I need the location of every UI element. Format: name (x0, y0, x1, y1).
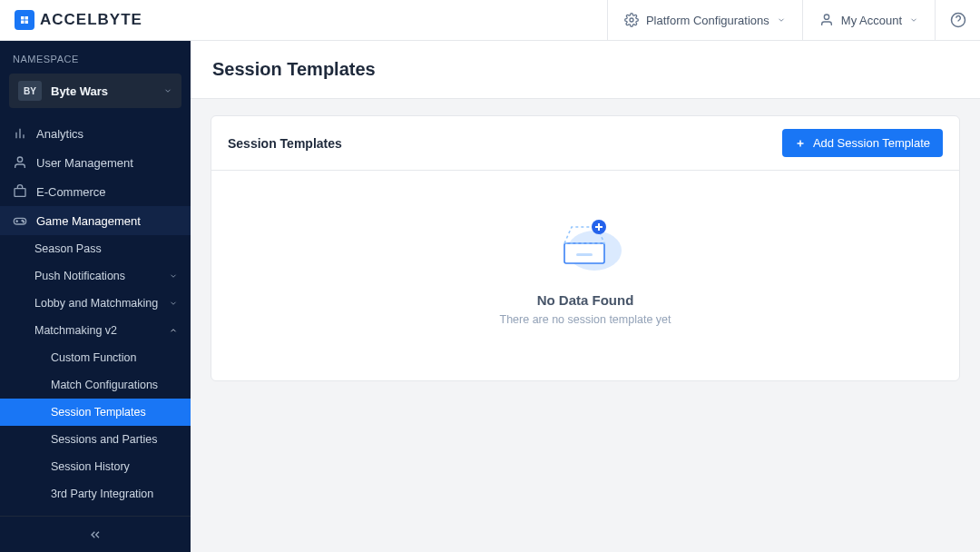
namespace-picker[interactable]: BY Byte Wars (9, 74, 181, 108)
help-button[interactable] (935, 0, 980, 40)
svg-point-13 (23, 222, 24, 222)
double-chevron-left-icon (88, 527, 103, 542)
sidebar-item-label: Match Configurations (51, 379, 158, 391)
sidebar-sub-push-notifications[interactable]: Push Notifications (0, 262, 191, 290)
empty-state: No Data Found There are no session templ… (211, 171, 959, 380)
sidebar-item-label: Lobby and Matchmaking (34, 297, 169, 310)
sidebar-item-label: Session History (51, 460, 130, 473)
empty-illustration-icon (544, 214, 626, 278)
platform-configurations-label: Platform Configurations (646, 14, 769, 27)
sidebar-item-label: Session Templates (51, 406, 146, 419)
gear-icon (624, 13, 639, 27)
namespace-name: Byte Wars (51, 84, 163, 98)
sidebar-item-ecommerce[interactable]: E-Commerce (0, 177, 191, 206)
user-icon (13, 155, 27, 170)
page-title: Session Templates (212, 59, 958, 80)
sidebar: NAMESPACE BY Byte Wars Analytics User Ma… (0, 41, 191, 552)
gamepad-icon (13, 213, 27, 228)
plus-icon (795, 138, 806, 149)
brand-name: ACCELBYTE (40, 11, 142, 29)
sidebar-leaf-session-templates[interactable]: Session Templates (0, 399, 191, 426)
namespace-badge: BY (18, 81, 42, 101)
svg-point-1 (824, 15, 828, 19)
add-session-template-button[interactable]: Add Session Template (782, 129, 943, 157)
brand: ACCELBYTE (0, 10, 142, 30)
sidebar-item-label: User Management (36, 156, 178, 170)
svg-rect-8 (15, 189, 25, 197)
page-header: Session Templates (191, 41, 980, 99)
sidebar-sub-season-pass[interactable]: Season Pass (0, 235, 191, 262)
bar-chart-icon (13, 126, 27, 141)
my-account-menu[interactable]: My Account (802, 0, 935, 40)
sidebar-sub-matchmaking-v2[interactable]: Matchmaking v2 (0, 317, 191, 344)
platform-configurations-menu[interactable]: Platform Configurations (607, 0, 802, 40)
sidebar-item-label: Season Pass (34, 242, 178, 255)
sidebar-sub-lobby-matchmaking[interactable]: Lobby and Matchmaking (0, 290, 191, 317)
chevron-down-icon (163, 86, 172, 95)
shop-icon (13, 184, 27, 199)
sidebar-item-label: E-Commerce (36, 185, 178, 199)
svg-rect-18 (576, 253, 593, 256)
sidebar-leaf-session-history[interactable]: Session History (0, 453, 191, 480)
sidebar-item-game-management[interactable]: Game Management (0, 206, 191, 235)
session-templates-card: Session Templates Add Session Template N… (211, 115, 960, 381)
chevron-down-icon (909, 15, 918, 25)
sidebar-item-label: Custom Function (51, 351, 136, 364)
brand-mark-icon (15, 10, 34, 30)
namespace-section-label: NAMESPACE (0, 41, 191, 74)
sidebar-leaf-3rd-party-integration[interactable]: 3rd Party Integration (0, 480, 191, 508)
svg-point-7 (17, 157, 22, 162)
empty-state-subtitle: There are no session template yet (500, 313, 671, 326)
add-session-template-label: Add Session Template (813, 136, 930, 150)
help-icon (950, 12, 966, 28)
sidebar-item-label: Game Management (36, 214, 178, 228)
empty-state-title: No Data Found (537, 292, 634, 308)
sidebar-leaf-custom-function[interactable]: Custom Function (0, 344, 191, 371)
svg-point-0 (630, 18, 633, 22)
sidebar-leaf-sessions-parties[interactable]: Sessions and Parties (0, 426, 191, 453)
my-account-label: My Account (841, 14, 902, 27)
chevron-up-icon (169, 326, 178, 335)
sidebar-leaf-match-configurations[interactable]: Match Configurations (0, 371, 191, 399)
sidebar-item-label: Sessions and Parties (51, 433, 157, 446)
sidebar-item-label: 3rd Party Integration (51, 488, 153, 500)
chevron-down-icon (169, 299, 178, 308)
sidebar-item-user-management[interactable]: User Management (0, 148, 191, 177)
sidebar-item-label: Push Notifications (34, 270, 169, 282)
sidebar-item-analytics[interactable]: Analytics (0, 119, 191, 148)
chevron-down-icon (169, 271, 178, 281)
sidebar-sub-chat[interactable]: Chat (0, 508, 191, 516)
sidebar-collapse-button[interactable] (0, 516, 191, 552)
content-area: Session Templates Session Templates Add … (191, 41, 980, 552)
sidebar-item-label: Matchmaking v2 (34, 324, 169, 337)
user-icon (819, 13, 834, 27)
card-title: Session Templates (228, 136, 782, 151)
chevron-down-icon (777, 15, 786, 25)
sidebar-item-label: Analytics (36, 127, 178, 141)
